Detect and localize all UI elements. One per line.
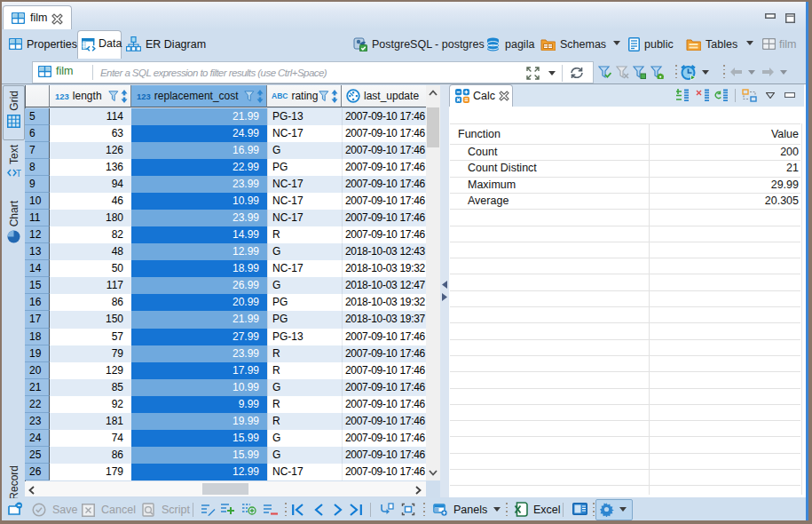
svg-text:T: T bbox=[16, 169, 21, 179]
